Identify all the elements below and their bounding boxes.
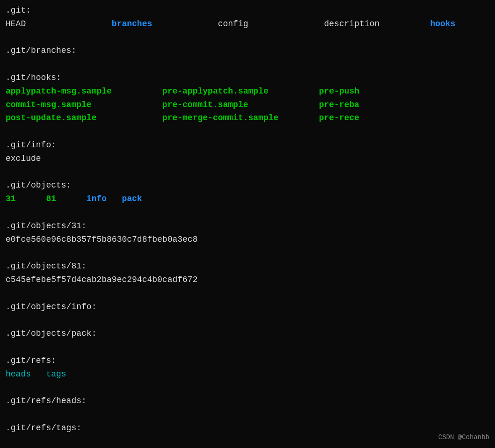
git-label: .git: xyxy=(6,4,489,17)
hooks-row-3: post-update.sample pre-merge-commit.samp… xyxy=(6,111,489,125)
empty-7 xyxy=(6,287,489,300)
git-objects-81-label: .git/objects/81: xyxy=(6,260,489,273)
objects-31-hash: e0fce560e96c8b357f5b8630c7d8fbeb0a3ec8 xyxy=(6,233,489,246)
empty-8 xyxy=(6,313,489,327)
git-objects-label: .git/objects: xyxy=(6,179,489,192)
git-refs-tags-label: .git/refs/tags: xyxy=(6,421,489,435)
git-objects-pack-label: .git/objects/pack: xyxy=(6,327,489,340)
git-refs-label: .git/refs: xyxy=(6,354,489,368)
terminal-output: .git: HEAD branches config description h… xyxy=(6,4,489,435)
empty-6 xyxy=(6,246,489,260)
empty-5 xyxy=(6,206,489,219)
empty-3 xyxy=(6,125,489,138)
footer-attribution: CSDN @Cohanbb xyxy=(438,432,489,442)
info-items: exclude xyxy=(6,152,489,166)
git-branches-label: .git/branches: xyxy=(6,44,489,58)
empty-11 xyxy=(6,408,489,421)
empty-9 xyxy=(6,340,489,354)
git-hooks-label: .git/hooks: xyxy=(6,71,489,85)
hooks-row-2: commit-msg.sample pre-commit.sample pre-… xyxy=(6,98,489,112)
objects-items: 31 81 info pack xyxy=(6,192,489,206)
hooks-row-1: applypatch-msg.sample pre-applypatch.sam… xyxy=(6,85,489,98)
empty-1 xyxy=(6,31,489,44)
empty-4 xyxy=(6,166,489,179)
git-refs-heads-label: .git/refs/heads: xyxy=(6,394,489,408)
git-objects-31-label: .git/objects/31: xyxy=(6,219,489,233)
git-info-label: .git/info: xyxy=(6,138,489,152)
git-objects-info-label: .git/objects/info: xyxy=(6,300,489,314)
empty-10 xyxy=(6,381,489,394)
git-root-items: HEAD branches config description hooks xyxy=(6,17,489,31)
empty-2 xyxy=(6,58,489,71)
refs-items: heads tags xyxy=(6,368,489,381)
objects-81-hash: c545efebe5f57d4cab2ba9ec294c4b0cadf672 xyxy=(6,273,489,287)
